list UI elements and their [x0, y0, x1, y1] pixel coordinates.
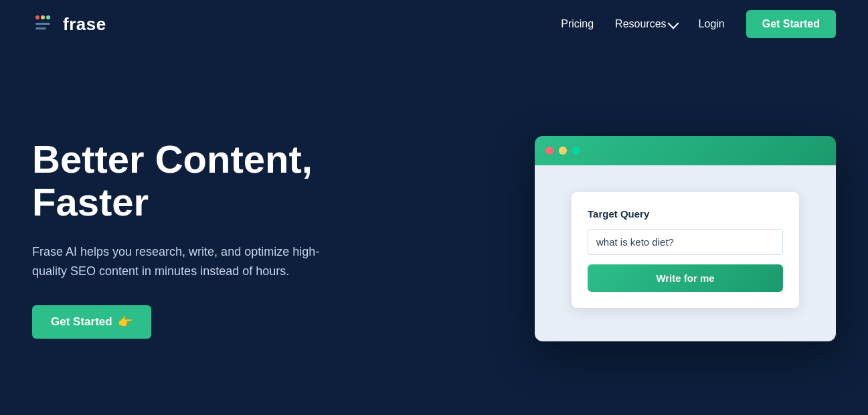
navbar: frase Pricing Resources Login Get Starte…: [0, 0, 868, 48]
hero-section: Better Content, Faster Frase AI helps yo…: [0, 48, 868, 415]
nav-login[interactable]: Login: [699, 18, 725, 30]
hero-get-started-button[interactable]: Get Started 👉: [32, 305, 151, 339]
query-card: Target Query Write for me: [572, 192, 799, 308]
window-dot-green: [572, 147, 580, 155]
svg-point-1: [41, 15, 45, 19]
chevron-down-icon: [667, 17, 679, 29]
window-dot-yellow: [559, 147, 567, 155]
demo-window: Target Query Write for me: [535, 136, 836, 341]
query-label: Target Query: [588, 208, 783, 220]
brand-name: frase: [63, 14, 106, 35]
logo[interactable]: frase: [32, 12, 106, 36]
write-for-me-button[interactable]: Write for me: [588, 264, 783, 292]
nav-get-started-button[interactable]: Get Started: [746, 10, 836, 38]
hero-left: Better Content, Faster Frase AI helps yo…: [32, 138, 340, 338]
demo-titlebar: [535, 136, 836, 165]
demo-body: Target Query Write for me: [535, 165, 836, 341]
query-input[interactable]: [588, 229, 783, 255]
svg-point-0: [35, 15, 39, 19]
svg-rect-3: [35, 23, 50, 25]
window-dot-red: [545, 147, 553, 155]
svg-rect-4: [35, 27, 46, 29]
nav-pricing[interactable]: Pricing: [561, 18, 594, 30]
hero-subtitle: Frase AI helps you research, write, and …: [32, 242, 340, 281]
hero-title: Better Content, Faster: [32, 138, 340, 224]
nav-links: Pricing Resources Login Get Started: [561, 10, 836, 38]
hero-right: Target Query Write for me: [535, 136, 836, 341]
svg-point-2: [46, 15, 50, 19]
nav-resources[interactable]: Resources: [615, 18, 677, 30]
pointing-hand-icon: 👉: [118, 315, 133, 329]
logo-icon: [32, 12, 56, 36]
